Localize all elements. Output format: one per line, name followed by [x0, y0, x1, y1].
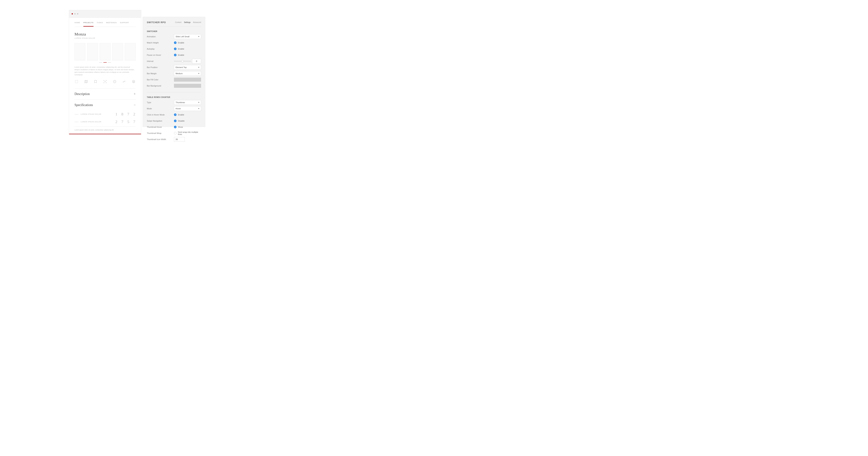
- plus-icon: +: [134, 92, 135, 96]
- checkbox-label: Enable: [178, 54, 184, 56]
- label-thumb-hover: Thumbnail Hover: [147, 126, 174, 128]
- bookmark-icon[interactable]: [93, 80, 97, 84]
- main-window: HOME PROJECTS TASKS MEETENGS SUPPORT Mon…: [69, 10, 141, 135]
- accordion-label: Description: [74, 92, 90, 96]
- select-bar-position[interactable]: Element Top: [174, 65, 201, 70]
- nav-projects[interactable]: PROJECTS: [83, 22, 93, 27]
- tab-settings[interactable]: Settings: [184, 21, 190, 23]
- select-bar-margin[interactable]: Medium: [174, 71, 201, 76]
- label-autoplay: Autoplay: [147, 48, 174, 50]
- thumbnail[interactable]: [87, 43, 98, 60]
- footnote: Lorem ipsum dolor sit amet, consectetur …: [74, 129, 135, 131]
- spec-digit: 8: [121, 112, 124, 117]
- pager-dot-active[interactable]: [103, 62, 107, 63]
- spec-row: LOREM IPSUM DOLOR 1 8 7 2: [74, 110, 135, 118]
- chevron-down-icon: [198, 108, 199, 109]
- panel-tabs: Content Settings Advanced: [175, 21, 201, 23]
- checkbox-swipe[interactable]: [174, 120, 177, 122]
- checkbox-match-height[interactable]: [174, 41, 177, 44]
- spec-digit: 5: [127, 119, 130, 124]
- slider-interval[interactable]: [174, 59, 191, 63]
- window-footer-bar: [69, 134, 141, 134]
- accordion-label: Specifications: [74, 103, 93, 107]
- thumbnail[interactable]: [74, 43, 85, 60]
- layers-icon[interactable]: [132, 80, 135, 84]
- checkbox-pause-hover[interactable]: [174, 54, 177, 56]
- face-icon[interactable]: [113, 80, 117, 84]
- label-mode: Mode: [147, 108, 174, 110]
- label-match-height: Match Height: [147, 41, 174, 44]
- select-mode[interactable]: Hover: [174, 106, 201, 111]
- color-bar-fill[interactable]: [174, 78, 201, 82]
- focus-icon[interactable]: [103, 80, 107, 84]
- label-bar-position: Bar Position: [147, 66, 174, 68]
- label-bar-margin: Bar Margin: [147, 73, 174, 75]
- nav-tasks[interactable]: TASKS: [97, 22, 103, 27]
- nav-meetings[interactable]: MEETENGS: [106, 22, 117, 27]
- selection-icon[interactable]: [74, 80, 79, 84]
- section-counter: TABLE ROWS COUNTER: [147, 96, 201, 98]
- accordion-description[interactable]: Description +: [74, 88, 135, 99]
- select-animation[interactable]: Slide Left Small: [174, 34, 201, 39]
- tab-content[interactable]: Content: [175, 21, 181, 23]
- chevron-down-icon: [198, 73, 199, 74]
- nav-support[interactable]: SUPPORT: [120, 22, 129, 27]
- section-switcher: SWITCHER: [147, 30, 201, 32]
- checkbox-label: Enable: [178, 41, 184, 44]
- checkbox-label: Enable: [178, 114, 184, 116]
- thumbnail[interactable]: [100, 43, 111, 60]
- main-nav: HOME PROJECTS TASKS MEETENGS SUPPORT: [74, 22, 135, 27]
- label-thumb-wrap: Thumbnail Wrap: [147, 132, 174, 134]
- label-thumb-width: Thumbnail Icon Width: [147, 138, 174, 140]
- inspector-panel: SWITCHER RPO Content Settings Advanced S…: [143, 17, 205, 127]
- divider: [147, 92, 201, 92]
- page-subtitle: LOREM IPSUM DOLOR: [74, 37, 135, 39]
- chevron-down-icon: [198, 67, 199, 68]
- svg-point-4: [115, 81, 115, 82]
- pager: [74, 62, 135, 63]
- select-type[interactable]: Thumbnav: [174, 100, 201, 105]
- checkbox-label: Dont wrap into multiple lines: [178, 131, 201, 135]
- svg-point-2: [113, 80, 116, 83]
- description-paragraph: Lorem ipsum dolor sit amet, consectetur …: [74, 66, 135, 76]
- thumbnail-strip: [74, 43, 135, 60]
- checkbox-autoplay[interactable]: [174, 48, 177, 50]
- checkbox-thumb-wrap[interactable]: [174, 132, 177, 135]
- pager-dot[interactable]: [108, 62, 111, 63]
- label-interval: Interval: [147, 60, 174, 62]
- label-pause-hover: Pause on Hover: [147, 54, 174, 56]
- traffic-light-max[interactable]: [77, 13, 78, 15]
- tab-advanced[interactable]: Advanced: [193, 21, 201, 23]
- window-titlebar: [69, 10, 141, 18]
- checkbox-label: Show: [178, 126, 183, 128]
- minus-icon: −: [134, 103, 135, 107]
- chevron-down-icon: [198, 36, 199, 37]
- input-interval[interactable]: 0: [192, 59, 201, 63]
- checkbox-thumb-hover[interactable]: [174, 126, 177, 128]
- checkbox-click-hover[interactable]: [174, 113, 177, 116]
- accordion-specifications[interactable]: Specifications −: [74, 99, 135, 110]
- pager-dot[interactable]: [99, 62, 102, 63]
- divider: [74, 126, 135, 126]
- label-bar-fill: Bar Fill Color: [147, 79, 174, 81]
- input-thumb-width[interactable]: 26: [174, 137, 185, 142]
- label-bar-bg: Bar Background: [147, 85, 174, 87]
- spec-digit: 7: [127, 112, 130, 117]
- spec-row: LOREM IPSUM DOLOR 2 7 5 7: [74, 118, 135, 125]
- spec-digit: 1: [115, 112, 118, 117]
- thumbnail[interactable]: [125, 43, 135, 60]
- color-bar-bg[interactable]: [174, 84, 201, 88]
- label-animation: Animation: [147, 35, 174, 38]
- label-click-hover: Click in Hover Mode: [147, 114, 174, 116]
- traffic-light-close[interactable]: [72, 13, 73, 15]
- link-icon[interactable]: [122, 80, 126, 84]
- spec-label: LOREM IPSUM DOLOR: [81, 121, 101, 123]
- map-icon[interactable]: [84, 80, 88, 84]
- thumbnail[interactable]: [112, 43, 123, 60]
- chevron-down-icon: [198, 102, 199, 103]
- page-title: Monza: [74, 32, 135, 36]
- traffic-light-min[interactable]: [74, 13, 75, 15]
- spec-digit: 2: [133, 112, 135, 117]
- spec-label: LOREM IPSUM DOLOR: [81, 113, 101, 115]
- nav-home[interactable]: HOME: [74, 22, 80, 27]
